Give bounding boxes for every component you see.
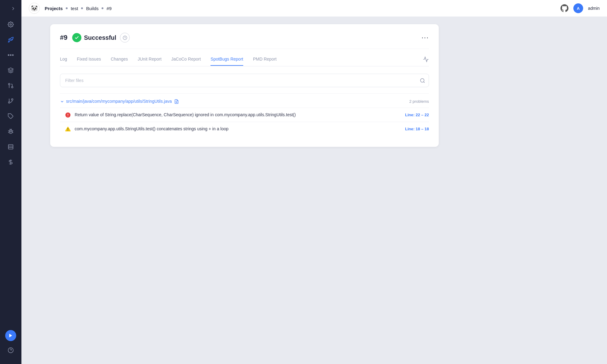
sidebar-item-branch[interactable] — [0, 93, 21, 109]
sidebar-item-pipeline[interactable] — [0, 78, 21, 93]
svg-point-26 — [420, 79, 424, 82]
svg-rect-18 — [9, 145, 13, 149]
svg-point-2 — [10, 54, 12, 56]
chart-icon-button[interactable] — [423, 56, 429, 66]
chevron-down-icon[interactable] — [60, 99, 64, 104]
file-header: src/main/java/com/mycompany/app/utils/St… — [60, 98, 429, 104]
sidebar-item-bug[interactable] — [0, 124, 21, 139]
app-logo: 🐼 — [29, 3, 40, 14]
svg-marker-4 — [8, 68, 13, 70]
card-header: #9 Successful ··· — [60, 33, 429, 49]
timer-button[interactable] — [120, 33, 130, 43]
tab-jacoco[interactable]: JaCoCo Report — [171, 57, 201, 66]
problem-message: Return value of String.replace(CharSeque… — [75, 112, 400, 118]
success-icon — [72, 33, 81, 42]
status-badge: Successful — [72, 33, 116, 42]
more-options-button[interactable]: ··· — [422, 34, 429, 42]
breadcrumb-build-number: #9 — [106, 6, 112, 11]
problem-row: com.mycompany.app.utils.StringUtils.test… — [60, 122, 429, 136]
sidebar-item-deploy2[interactable] — [0, 154, 21, 170]
svg-point-9 — [12, 99, 13, 100]
breadcrumb-builds[interactable]: Builds — [86, 6, 99, 11]
breadcrumb-sep-1 — [66, 7, 68, 9]
svg-point-5 — [12, 87, 13, 88]
sidebar-item-tag[interactable] — [0, 109, 21, 124]
breadcrumb-sep-2 — [81, 7, 83, 9]
tab-changes[interactable]: Changes — [111, 57, 128, 66]
warning-icon — [65, 126, 71, 132]
problem-row: Return value of String.replace(CharSeque… — [60, 108, 429, 122]
search-icon[interactable] — [420, 78, 425, 84]
sidebar — [0, 0, 21, 364]
svg-point-10 — [9, 102, 10, 103]
tab-bar: Log Fixed Issues Changes JUnit Report Ja… — [60, 56, 429, 66]
breadcrumb-sep-3 — [102, 7, 103, 9]
filter-row — [60, 74, 429, 87]
build-card: #9 Successful ··· Log Fixed Issues — [50, 24, 439, 147]
tab-spotbugs[interactable]: SpotBugs Report — [210, 57, 243, 66]
svg-point-1 — [8, 54, 9, 56]
sidebar-item-deploy[interactable] — [0, 32, 21, 47]
svg-point-3 — [12, 54, 14, 56]
svg-line-27 — [423, 82, 424, 83]
sidebar-bottom — [0, 329, 21, 364]
build-number: #9 — [60, 34, 67, 42]
problem-line-range: Line: 22 – 22 — [405, 113, 429, 117]
sidebar-item-more[interactable] — [0, 47, 21, 63]
breadcrumb-projects[interactable]: Projects — [45, 6, 63, 11]
svg-marker-22 — [9, 334, 12, 337]
problem-line-range: Line: 18 – 18 — [405, 127, 429, 131]
sidebar-item-play[interactable] — [5, 330, 16, 341]
tab-junit[interactable]: JUnit Report — [138, 57, 162, 66]
main-content: #9 Successful ··· Log Fixed Issues — [43, 17, 607, 364]
problems-count: 2 problems — [409, 99, 429, 104]
sidebar-item-settings[interactable] — [0, 17, 21, 32]
problem-message: com.mycompany.app.utils.StringUtils.test… — [75, 126, 400, 132]
breadcrumb: Projects test Builds #9 — [45, 6, 112, 11]
sidebar-item-board[interactable] — [0, 139, 21, 154]
tab-fixed-issues[interactable]: Fixed Issues — [77, 57, 101, 66]
breadcrumb-test[interactable]: test — [71, 6, 78, 11]
sidebar-toggle-button[interactable] — [0, 0, 21, 17]
github-icon[interactable] — [560, 4, 568, 12]
file-item: src/main/java/com/mycompany/app/utils/St… — [60, 93, 429, 138]
svg-point-6 — [9, 84, 10, 85]
avatar[interactable]: A — [573, 3, 583, 13]
sidebar-item-help[interactable] — [0, 343, 21, 358]
sidebar-item-layers[interactable] — [0, 63, 21, 78]
error-icon — [65, 112, 71, 118]
svg-point-0 — [10, 24, 12, 25]
tab-pmd[interactable]: PMD Report — [253, 57, 277, 66]
filter-input-wrap — [60, 74, 429, 87]
status-label: Successful — [84, 34, 116, 41]
admin-name: admin — [588, 6, 600, 11]
filter-input[interactable] — [60, 74, 429, 87]
topbar-right: A admin — [560, 3, 600, 13]
file-path-link[interactable]: src/main/java/com/mycompany/app/utils/St… — [66, 99, 172, 104]
tab-log[interactable]: Log — [60, 57, 67, 66]
file-doc-icon — [174, 98, 179, 104]
topbar: 🐼 Projects test Builds #9 A admin — [21, 0, 607, 17]
